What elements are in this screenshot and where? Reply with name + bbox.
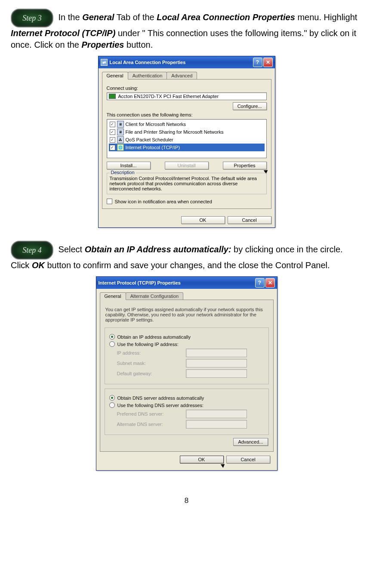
description-label: Description [110, 170, 136, 175]
install-button[interactable]: Install... [107, 162, 151, 169]
step4-badge: Step 4 [11, 241, 53, 260]
window-icon: ⇄ [101, 59, 108, 66]
radio-label: Obtain DNS server address automatically [117, 395, 204, 401]
checkbox-icon[interactable] [107, 199, 112, 204]
adapter-name: Accton EN1207D-TX PCI Fast Ethernet Adap… [118, 94, 219, 99]
radio-label: Use the following IP address: [117, 342, 179, 347]
tab-alternate[interactable]: Alternate Configuration [126, 292, 184, 300]
text: button. [126, 40, 153, 49]
subnet-field[interactable] [186, 359, 247, 368]
text: General [82, 12, 114, 22]
text: menu. Highlight [297, 12, 357, 22]
info-text: You can get IP settings assigned automat… [105, 307, 268, 322]
checkbox-icon[interactable]: ✓ [110, 145, 115, 150]
step3-paragraph: Step 3 In the General Tab of the Local A… [11, 9, 362, 51]
step4-paragraph: Step 4 Select Obtain an IP Address autom… [11, 241, 362, 271]
item-label: Internet Protocol (TCP/IP) [126, 145, 180, 150]
ip-group: Obtain an IP address automatically Use t… [105, 328, 269, 384]
text: Select [59, 245, 85, 254]
checkbox-icon[interactable]: ✓ [110, 137, 115, 143]
subnet-label: Subnet mask: [117, 361, 182, 366]
show-icon-row[interactable]: Show icon in notification area when conn… [107, 199, 267, 204]
list-item[interactable]: ✓ 🖥 File and Printer Sharing for Microso… [109, 128, 265, 136]
cancel-button[interactable]: Cancel [226, 456, 270, 463]
qos-icon: 🖧 [117, 136, 124, 143]
tcpip-properties-window: Internet Protocol (TCP/IP) Properties ? … [96, 276, 277, 471]
radio-use-ip[interactable]: Use the following IP address: [109, 341, 264, 347]
nic-icon [109, 94, 116, 99]
text: Local Area Connection Properties [157, 12, 295, 22]
radio-icon[interactable] [109, 334, 115, 340]
pref-dns-label: Preferred DNS server: [117, 411, 182, 416]
uses-items-label: This connection uses the following items… [107, 112, 267, 117]
radio-auto-dns[interactable]: Obtain DNS server address automatically [109, 395, 264, 401]
ip-address-field[interactable] [186, 349, 247, 357]
titlebar[interactable]: ⇄ Local Area Connection Properties ? ✕ [99, 56, 275, 68]
radio-icon[interactable] [109, 402, 115, 408]
text: Obtain an IP Address automatically: [85, 245, 231, 254]
gateway-field[interactable] [186, 369, 247, 378]
tab-advanced[interactable]: Advanced [166, 72, 197, 80]
description-text: Transmission Control Protocol/Internet P… [110, 176, 264, 191]
dns-group: Obtain DNS server address automatically … [105, 389, 269, 435]
list-item[interactable]: ✓ 🖥 Client for Microsoft Networks [109, 120, 265, 128]
gateway-label: Default gateway: [117, 371, 182, 376]
uninstall-button[interactable]: Uninstall [165, 162, 209, 169]
client-icon: 🖥 [117, 121, 124, 128]
local-area-connection-properties-window: ⇄ Local Area Connection Properties ? ✕ G… [98, 56, 275, 228]
pref-dns-field[interactable] [186, 410, 247, 418]
configure-button[interactable]: Configure... [233, 102, 267, 110]
radio-label: Obtain an IP address automatically [117, 334, 191, 340]
description-group: Description Transmission Control Protoco… [107, 173, 267, 194]
radio-icon[interactable] [109, 341, 115, 347]
item-label: Client for Microsoft Networks [126, 122, 186, 127]
properties-button[interactable]: Properties [223, 162, 267, 169]
step3-badge: Step 3 [11, 9, 53, 28]
item-label: File and Printer Sharing for Microsoft N… [126, 129, 224, 135]
text: Tab of the [117, 12, 157, 22]
checkbox-icon[interactable]: ✓ [110, 122, 115, 127]
ok-button[interactable]: OK [181, 216, 225, 224]
general-panel: Connect using: Accton EN1207D-TX PCI Fas… [102, 79, 271, 209]
adapter-field[interactable]: Accton EN1207D-TX PCI Fast Ethernet Adap… [107, 92, 267, 100]
radio-auto-ip[interactable]: Obtain an IP address automatically [109, 334, 264, 340]
alt-dns-label: Alternate DNS server: [117, 422, 182, 427]
help-button[interactable]: ? [253, 58, 262, 67]
text: Properties [82, 40, 124, 49]
checkbox-icon[interactable]: ✓ [110, 129, 115, 135]
tabs: General Authentication Advanced [99, 68, 275, 80]
text: In the [59, 12, 83, 22]
help-button[interactable]: ? [255, 278, 265, 288]
text: Internet Protocol (TCP/IP) [11, 28, 115, 38]
tab-general[interactable]: General [102, 72, 128, 80]
radio-icon[interactable] [109, 395, 115, 401]
item-label: QoS Packet Scheduler [126, 137, 173, 142]
list-item[interactable]: ✓ 🖧 QoS Packet Scheduler [109, 136, 265, 144]
tcpip-icon: 🌐 [117, 144, 124, 151]
ok-button[interactable]: OK [180, 456, 224, 463]
show-icon-label: Show icon in notification area when conn… [115, 199, 212, 204]
close-button[interactable]: ✕ [265, 278, 275, 288]
window-title: Local Area Connection Properties [110, 60, 186, 65]
window-title: Internet Protocol (TCP/IP) Properties [99, 280, 181, 285]
list-item-selected[interactable]: ✓ 🌐 Internet Protocol (TCP/IP) [109, 144, 265, 151]
tab-authentication[interactable]: Authentication [128, 72, 167, 80]
page-number: 8 [11, 496, 362, 505]
tab-general[interactable]: General [100, 292, 126, 300]
radio-label: Use the following DNS server addresses: [117, 403, 204, 408]
connect-using-label: Connect using: [107, 86, 267, 91]
close-button[interactable]: ✕ [263, 58, 273, 67]
radio-use-dns[interactable]: Use the following DNS server addresses: [109, 402, 264, 408]
items-list[interactable]: ✓ 🖥 Client for Microsoft Networks ✓ 🖥 Fi… [107, 119, 267, 158]
cancel-button[interactable]: Cancel [228, 216, 271, 224]
text: OK [32, 260, 45, 270]
share-icon: 🖥 [117, 129, 124, 135]
text: button to confirm and save your changes,… [47, 260, 330, 270]
advanced-button[interactable]: Advanced... [233, 438, 268, 446]
alt-dns-field[interactable] [186, 420, 247, 429]
titlebar[interactable]: Internet Protocol (TCP/IP) Properties ? … [96, 277, 277, 289]
ip-address-label: IP address: [117, 350, 182, 355]
